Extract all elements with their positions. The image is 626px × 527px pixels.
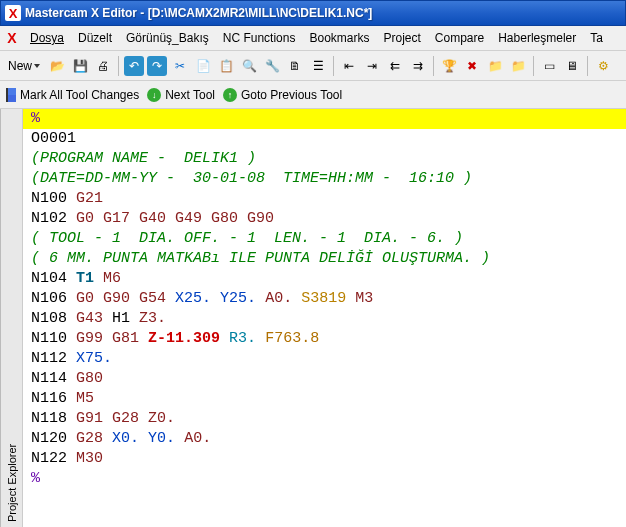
code-line: O0001 [31,130,76,147]
code-n: N120 [31,430,67,447]
next-label: Next Tool [165,88,215,102]
outdent-icon[interactable]: ⇇ [385,56,405,76]
indent-icon[interactable]: ⇉ [408,56,428,76]
open-icon[interactable]: 📂 [47,56,67,76]
code-n: N102 [31,210,67,227]
code-n: N110 [31,330,67,347]
code-comment: ( 6 MM. PUNTA MATKABı ILE PUNTA DELİĞİ O… [31,250,490,267]
code-g: G0 G17 G40 G49 G80 G90 [76,210,274,227]
code-comment: (DATE=DD-MM-YY - 30-01-08 TIME=HH:MM - 1… [31,170,472,187]
flag-icon [6,88,16,102]
indent-right-icon[interactable]: ⇥ [362,56,382,76]
code-g: G28 [76,430,103,447]
window-icon[interactable]: ▭ [539,56,559,76]
new-button[interactable]: New [4,57,44,75]
tool-change-toolbar: Mark All Tool Changes ↓ Next Tool ↑ Goto… [0,81,626,109]
menu-nc-functions[interactable]: NC Functions [217,29,302,47]
main-toolbar: New 📂 💾 🖨 ↶ ↷ ✂ 📄 📋 🔍 🔧 🗎 ☰ ⇤ ⇥ ⇇ ⇉ 🏆 ✖ … [0,51,626,81]
code-s: S3819 [301,290,346,307]
code-z: Z0. [148,410,175,427]
code-x: X25. [175,290,211,307]
redo-icon[interactable]: ↷ [147,56,167,76]
code-z: Z3. [139,310,166,327]
menu-gorunus[interactable]: Görünüş_Bakış [120,29,215,47]
code-m: M3 [355,290,373,307]
code-n: N100 [31,190,67,207]
code-m: M6 [103,270,121,287]
arrow-up-icon: ↑ [223,88,237,102]
code-t: T1 [76,270,94,287]
tool-icon[interactable]: 🔧 [262,56,282,76]
print-icon[interactable]: 🖨 [93,56,113,76]
code-g: G99 G81 [76,330,139,347]
code-comment: ( TOOL - 1 DIA. OFF. - 1 LEN. - 1 DIA. -… [31,230,463,247]
menu-duzelt[interactable]: Düzelt [72,29,118,47]
gear-icon[interactable]: ⚙ [593,56,613,76]
code-n: N122 [31,450,67,467]
code-n: N114 [31,370,67,387]
menu-bar: Dosya Düzelt Görünüş_Bakış NC Functions … [0,26,626,51]
app-icon-small [4,30,20,46]
code-n: N112 [31,350,67,367]
trophy-icon[interactable]: 🏆 [439,56,459,76]
code-g: G21 [76,190,103,207]
code-m: M30 [76,450,103,467]
indent-left-icon[interactable]: ⇤ [339,56,359,76]
menu-haberlesmeler[interactable]: Haberleşmeler [492,29,582,47]
separator [433,56,434,76]
project-explorer-tab[interactable]: Project Explorer [0,109,22,527]
paste-icon[interactable]: 📋 [216,56,236,76]
code-g: G0 G90 G54 [76,290,166,307]
code-f: F763.8 [265,330,319,347]
separator [587,56,588,76]
code-n: N108 [31,310,67,327]
separator [333,56,334,76]
code-a: A0. [265,290,292,307]
menu-compare[interactable]: Compare [429,29,490,47]
code-n: N106 [31,290,67,307]
code-z: Z-11.309 [148,330,220,347]
separator [533,56,534,76]
menu-dosya[interactable]: Dosya [24,29,70,47]
menu-bookmarks[interactable]: Bookmarks [303,29,375,47]
code-line: % [31,110,40,127]
code-n: N104 [31,270,67,287]
code-editor[interactable]: % O0001 (PROGRAM NAME - DELIK1 ) (DATE=D… [22,109,626,527]
save-icon[interactable]: 💾 [70,56,90,76]
prev-label: Goto Previous Tool [241,88,342,102]
code-h: H1 [112,310,130,327]
list-icon[interactable]: ☰ [308,56,328,76]
doc-icon[interactable]: 🗎 [285,56,305,76]
code-n: N118 [31,410,67,427]
search-icon[interactable]: 🔍 [239,56,259,76]
code-x: X75. [76,350,112,367]
code-line: % [31,470,40,487]
sidebar-label: Project Explorer [6,444,18,522]
prev-tool-button[interactable]: ↑ Goto Previous Tool [223,88,342,102]
x-tool-icon[interactable]: ✖ [462,56,482,76]
undo-icon[interactable]: ↶ [124,56,144,76]
folder-b-icon[interactable]: 📁 [508,56,528,76]
copy-icon[interactable]: 📄 [193,56,213,76]
code-g: G43 [76,310,103,327]
code-g: G91 G28 [76,410,139,427]
code-r: R3. [229,330,256,347]
code-a: A0. [184,430,211,447]
mark-tool-changes-button[interactable]: Mark All Tool Changes [6,88,139,102]
code-n: N116 [31,390,67,407]
arrow-down-icon: ↓ [147,88,161,102]
menu-ta[interactable]: Ta [584,29,609,47]
folder-g-icon[interactable]: 📁 [485,56,505,76]
app-icon [5,5,21,21]
monitor-icon[interactable]: 🖥 [562,56,582,76]
code-x: X0. [112,430,139,447]
cut-icon[interactable]: ✂ [170,56,190,76]
code-g: G80 [76,370,103,387]
code-comment: (PROGRAM NAME - DELIK1 ) [31,150,256,167]
code-y: Y0. [148,430,175,447]
window-title: Mastercam X Editor - [D:\MCAMX2MR2\MILL\… [25,6,372,20]
menu-project[interactable]: Project [377,29,426,47]
title-bar: Mastercam X Editor - [D:\MCAMX2MR2\MILL\… [0,0,626,26]
code-y: Y25. [220,290,256,307]
next-tool-button[interactable]: ↓ Next Tool [147,88,215,102]
